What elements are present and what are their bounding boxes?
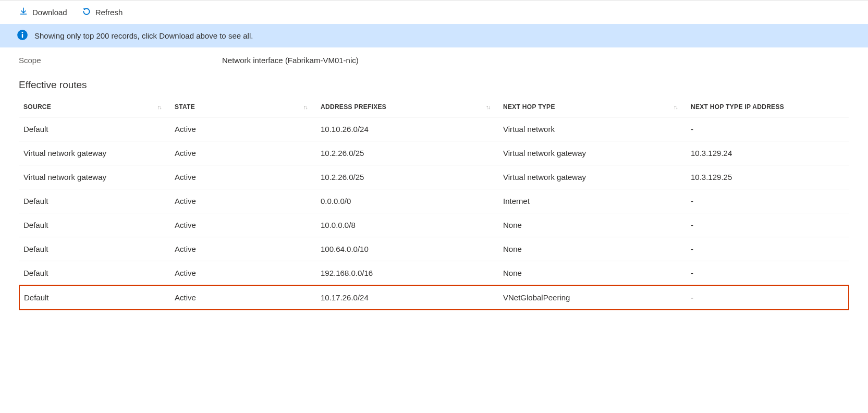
table-row: DefaultActive100.64.0.0/10None- [19,237,849,261]
svg-rect-2 [22,34,23,38]
cell-state: Active [170,141,316,165]
cell-next-hop-type: Internet [499,189,687,213]
cell-state: Active [170,165,316,189]
cell-next-hop-ip: - [687,213,849,237]
cell-address-prefixes: 0.0.0.0/0 [316,189,499,213]
cell-address-prefixes: 10.17.26.0/24 [316,285,499,310]
refresh-icon [82,7,91,18]
sort-icon: ↑↓ [674,104,677,110]
cell-state: Active [170,237,316,261]
cell-next-hop-type: Virtual network [499,117,687,141]
download-button[interactable]: Download [19,5,67,20]
svg-point-1 [22,32,23,33]
cell-next-hop-ip: 10.3.129.25 [687,165,849,189]
column-header-address-prefixes[interactable]: Address Prefixes ↑↓ [316,97,499,117]
cell-state: Active [170,189,316,213]
cell-next-hop-ip: - [687,261,849,286]
cell-source: Default [19,213,170,237]
cell-next-hop-type: None [499,261,687,286]
download-label: Download [32,8,67,17]
cell-address-prefixes: 10.0.0.0/8 [316,213,499,237]
table-row: DefaultActive10.17.26.0/24VNetGlobalPeer… [19,285,849,310]
cell-next-hop-type: Virtual network gateway [499,165,687,189]
scope-value: Network interface (Fabrikam-VM01-nic) [222,56,359,65]
cell-source: Default [19,285,170,310]
sort-icon: ↑↓ [303,104,307,110]
refresh-button[interactable]: Refresh [82,5,123,20]
column-header-next-hop-type[interactable]: Next Hop Type ↑↓ [499,97,687,117]
column-header-source[interactable]: Source ↑↓ [19,97,170,117]
cell-next-hop-type: None [499,237,687,261]
table-row: DefaultActive10.10.26.0/24Virtual networ… [19,117,849,141]
cell-state: Active [170,213,316,237]
cell-source: Default [19,117,170,141]
cell-address-prefixes: 100.64.0.0/10 [316,237,499,261]
cell-next-hop-ip: - [687,285,849,310]
cell-source: Virtual network gateway [19,141,170,165]
column-header-state[interactable]: State ↑↓ [170,97,316,117]
cell-next-hop-ip: - [687,237,849,261]
cell-next-hop-type: Virtual network gateway [499,141,687,165]
cell-next-hop-ip: 10.3.129.24 [687,141,849,165]
section-title: Effective routes [0,69,868,97]
table-row: DefaultActive10.0.0.0/8None- [19,213,849,237]
cell-state: Active [170,285,316,310]
refresh-label: Refresh [95,8,123,17]
cell-next-hop-ip: - [687,189,849,213]
cell-address-prefixes: 10.10.26.0/24 [316,117,499,141]
cell-state: Active [170,117,316,141]
column-header-next-hop-ip[interactable]: Next Hop Type IP Address [687,97,849,117]
cell-address-prefixes: 10.2.26.0/25 [316,141,499,165]
cell-next-hop-ip: - [687,117,849,141]
scope-row: Scope Network interface (Fabrikam-VM01-n… [0,47,868,69]
cell-source: Default [19,237,170,261]
cell-source: Default [19,261,170,286]
sort-icon: ↑↓ [157,104,161,110]
scope-label: Scope [19,56,222,65]
table-row: DefaultActive192.168.0.0/16None- [19,261,849,286]
cell-source: Virtual network gateway [19,165,170,189]
cell-state: Active [170,261,316,286]
routes-table: Source ↑↓ State ↑↓ Address Prefixes ↑↓ N… [19,97,849,310]
table-row: Virtual network gatewayActive10.2.26.0/2… [19,141,849,165]
toolbar: Download Refresh [0,1,868,24]
table-row: DefaultActive0.0.0.0/0Internet- [19,189,849,213]
table-row: Virtual network gatewayActive10.2.26.0/2… [19,165,849,189]
cell-address-prefixes: 10.2.26.0/25 [316,165,499,189]
info-icon [17,29,28,42]
info-banner: Showing only top 200 records, click Down… [0,24,868,47]
download-icon [19,7,28,18]
cell-address-prefixes: 192.168.0.0/16 [316,261,499,286]
info-banner-text: Showing only top 200 records, click Down… [34,31,253,40]
cell-next-hop-type: VNetGlobalPeering [499,285,687,310]
cell-source: Default [19,189,170,213]
cell-next-hop-type: None [499,213,687,237]
sort-icon: ↑↓ [486,104,490,110]
